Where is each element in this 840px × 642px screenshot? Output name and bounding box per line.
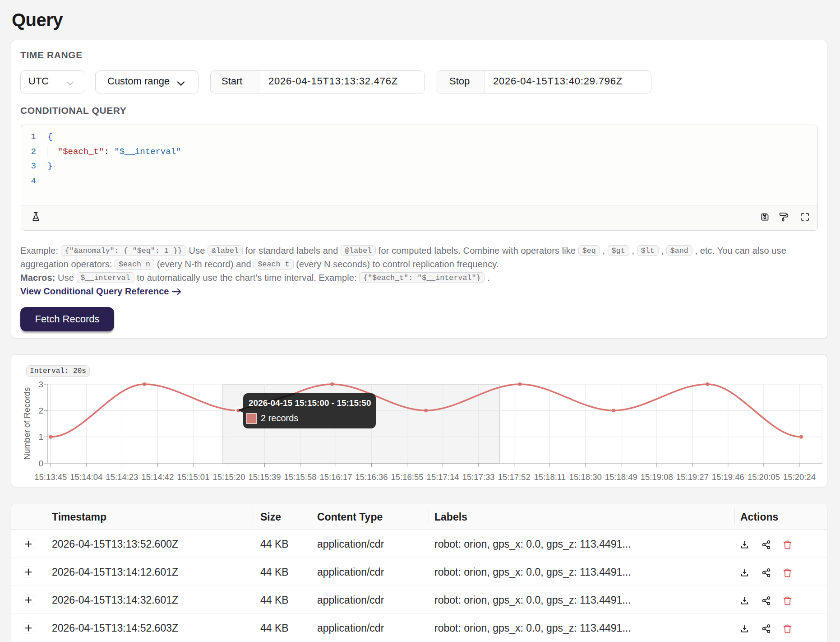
- svg-text:15:19:27: 15:19:27: [676, 472, 709, 482]
- svg-text:2: 2: [38, 406, 43, 415]
- svg-text:15:18:49: 15:18:49: [605, 472, 637, 482]
- svg-text:15:14:04: 15:14:04: [70, 472, 102, 482]
- svg-text:15:15:58: 15:15:58: [284, 472, 317, 482]
- svg-text:15:17:52: 15:17:52: [498, 472, 531, 482]
- svg-text:15:14:23: 15:14:23: [106, 472, 138, 482]
- svg-text:3: 3: [38, 380, 43, 389]
- svg-text:15:18:11: 15:18:11: [534, 472, 566, 482]
- svg-text:1: 1: [38, 432, 43, 442]
- svg-text:15:19:46: 15:19:46: [712, 472, 744, 482]
- svg-text:2026-04-15 15:15:00 - 15:15:50: 2026-04-15 15:15:00 - 15:15:50: [249, 398, 371, 408]
- svg-text:Number of Records: Number of Records: [22, 387, 32, 460]
- svg-text:15:17:14: 15:17:14: [427, 472, 459, 482]
- svg-text:15:14:42: 15:14:42: [141, 472, 174, 482]
- svg-text:15:19:08: 15:19:08: [641, 472, 673, 482]
- svg-text:0: 0: [38, 459, 43, 468]
- svg-text:15:13:45: 15:13:45: [34, 472, 67, 482]
- svg-text:15:16:55: 15:16:55: [391, 472, 424, 482]
- svg-text:15:16:17: 15:16:17: [320, 472, 352, 482]
- svg-text:15:15:20: 15:15:20: [212, 472, 245, 482]
- svg-text:15:18:30: 15:18:30: [569, 472, 602, 482]
- svg-text:15:17:33: 15:17:33: [462, 472, 495, 482]
- svg-text:15:15:39: 15:15:39: [248, 472, 281, 482]
- svg-text:15:20:24: 15:20:24: [783, 472, 816, 482]
- svg-text:15:20:05: 15:20:05: [748, 472, 780, 482]
- svg-text:2 records: 2 records: [261, 413, 298, 423]
- svg-text:15:15:01: 15:15:01: [177, 472, 209, 482]
- svg-text:15:16:36: 15:16:36: [355, 472, 388, 482]
